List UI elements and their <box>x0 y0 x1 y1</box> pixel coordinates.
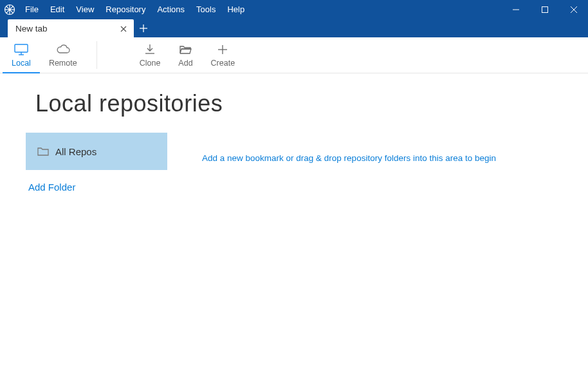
toolbar-create-label: Create <box>211 59 235 68</box>
folder-icon <box>37 147 49 156</box>
drop-hint-text: Add a new bookmark or drag & drop reposi… <box>202 153 562 163</box>
menu-items: File Edit View Repository Actions Tools … <box>19 0 250 19</box>
tab-strip: New tab <box>0 19 588 37</box>
menu-tools[interactable]: Tools <box>190 0 221 19</box>
svg-line-9 <box>6 11 8 13</box>
tab-title: New tab <box>15 24 118 33</box>
menu-file[interactable]: File <box>19 0 44 19</box>
menu-actions[interactable]: Actions <box>151 0 190 19</box>
svg-point-1 <box>8 8 12 12</box>
maximize-button[interactable] <box>530 0 559 19</box>
svg-rect-11 <box>542 7 547 13</box>
toolbar-remote-label: Remote <box>49 59 77 68</box>
main-content: Local repositories All Repos Add Folder … <box>0 73 588 193</box>
sidebar-item-all-repos[interactable]: All Repos <box>26 133 167 170</box>
repo-drop-area[interactable]: Add a new bookmark or drag & drop reposi… <box>167 133 562 193</box>
svg-line-8 <box>11 6 13 8</box>
plus-icon <box>217 43 228 56</box>
cloud-icon <box>56 43 70 56</box>
svg-line-6 <box>6 6 8 8</box>
toolbar-local-button[interactable]: Local <box>3 37 40 73</box>
close-button[interactable] <box>559 0 588 19</box>
menu-help[interactable]: Help <box>221 0 250 19</box>
toolbar-add-label: Add <box>178 59 192 68</box>
folder-open-icon <box>179 43 192 56</box>
page-title: Local repositories <box>35 90 562 117</box>
menu-repository[interactable]: Repository <box>100 0 151 19</box>
toolbar-local-label: Local <box>12 59 31 68</box>
monitor-icon <box>14 43 28 56</box>
menubar: File Edit View Repository Actions Tools … <box>0 0 588 19</box>
menu-view[interactable]: View <box>70 0 100 19</box>
minimize-button[interactable] <box>501 0 530 19</box>
toolbar-remote-button[interactable]: Remote <box>40 37 86 73</box>
sidebar-item-label: All Repos <box>55 146 96 157</box>
svg-rect-18 <box>15 44 28 52</box>
toolbar-create-button[interactable]: Create <box>202 37 244 73</box>
tab-new[interactable]: New tab <box>8 19 134 37</box>
svg-line-7 <box>11 11 13 13</box>
toolbar-separator <box>96 41 97 69</box>
toolbar-add-button[interactable]: Add <box>169 37 201 73</box>
download-icon <box>144 43 156 56</box>
menu-edit[interactable]: Edit <box>44 0 70 19</box>
toolbar: Local Remote Clone <box>0 37 588 73</box>
app-logo-icon <box>0 0 19 19</box>
tab-close-icon[interactable] <box>118 23 129 34</box>
repo-sidebar: All Repos Add Folder <box>26 133 167 193</box>
toolbar-clone-button[interactable]: Clone <box>131 37 170 73</box>
add-folder-link[interactable]: Add Folder <box>26 170 167 193</box>
new-tab-button[interactable] <box>134 19 153 37</box>
window-controls <box>501 0 588 19</box>
toolbar-clone-label: Clone <box>140 59 161 68</box>
